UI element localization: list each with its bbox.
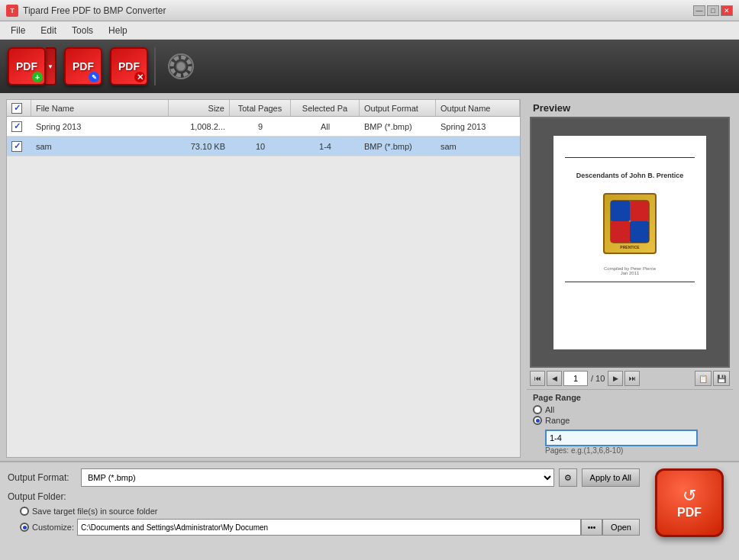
- page-number-input[interactable]: [563, 371, 588, 386]
- settings-button[interactable]: [162, 47, 200, 85]
- filelist-header: File Name Size Total Pages Selected Pa O…: [7, 100, 520, 117]
- row1-checkbox[interactable]: [11, 121, 22, 132]
- browse-button[interactable]: •••: [581, 519, 602, 536]
- menu-help[interactable]: Help: [101, 24, 135, 37]
- remove-pdf-icon: PDF ✕: [110, 47, 148, 85]
- row2-format: BMP (*.bmp): [360, 140, 436, 153]
- customize-radio[interactable]: [20, 523, 29, 532]
- all-pages-label: All: [545, 405, 554, 414]
- row2-check[interactable]: [7, 140, 31, 153]
- window-controls: — □ ✕: [693, 5, 733, 16]
- toolbar-separator: [154, 47, 156, 85]
- row2-size: 73.10 KB: [169, 140, 230, 153]
- add-pdf-button[interactable]: PDF + ▼: [8, 47, 56, 85]
- app-icon: T: [6, 5, 18, 17]
- table-row[interactable]: Spring 2013 1,008.2... 9 All BMP (*.bmp)…: [7, 117, 520, 137]
- all-pages-option[interactable]: All: [533, 405, 727, 414]
- gear-icon: [166, 51, 196, 82]
- row2-checkbox[interactable]: [11, 141, 22, 152]
- menu-tools[interactable]: Tools: [64, 24, 101, 37]
- header-output-name: Output Name: [436, 100, 520, 116]
- last-page-button[interactable]: ⏭: [624, 371, 640, 386]
- remove-pdf-text: PDF: [118, 60, 140, 72]
- convert-button[interactable]: ↺ PDF: [655, 468, 724, 537]
- remove-pdf-button[interactable]: PDF ✕: [110, 47, 148, 85]
- next-page-button[interactable]: ▶: [608, 371, 623, 386]
- edit-pdf-icon: PDF ✎: [64, 47, 102, 85]
- apply-to-all-button[interactable]: Apply to All: [582, 468, 640, 487]
- range-input[interactable]: [545, 430, 698, 446]
- bottom-panel: Output Format: BMP (*.bmp) ⚙ Apply to Al…: [0, 461, 739, 560]
- remove-badge: ✕: [134, 72, 145, 82]
- main-content: File Name Size Total Pages Selected Pa O…: [0, 93, 739, 461]
- close-button[interactable]: ✕: [721, 5, 733, 16]
- header-check: [7, 100, 31, 116]
- save-preview-button[interactable]: 💾: [713, 371, 730, 386]
- coat-of-arms: PRENTICE: [603, 193, 657, 254]
- range-pages-option[interactable]: Range: [533, 416, 727, 425]
- svg-text:PRENTICE: PRENTICE: [620, 245, 640, 249]
- row2-selected: 1-4: [291, 140, 360, 153]
- add-pdf-icon: PDF +: [8, 47, 46, 85]
- first-page-button[interactable]: ⏮: [530, 371, 545, 386]
- save-source-label: Save target file(s) in source folder: [32, 507, 157, 516]
- output-folder-label: Output Folder:: [8, 491, 76, 502]
- titlebar: T Tipard Free PDF to BMP Converter — □ ✕: [0, 0, 739, 21]
- edit-badge: ✎: [89, 72, 99, 82]
- preview-image: Descendants of John B. Prentice PRENTICE…: [530, 117, 730, 368]
- all-pages-radio[interactable]: [533, 405, 542, 414]
- convert-arrow-icon: ↺: [683, 486, 696, 506]
- filelist-rows: Spring 2013 1,008.2... 9 All BMP (*.bmp)…: [7, 117, 520, 457]
- add-pdf-dropdown[interactable]: ▼: [46, 47, 56, 85]
- preview-controls: ⏮ ◀ / 10 ▶ ⏭ 📋 💾: [527, 368, 733, 389]
- toolbar: PDF + ▼ PDF ✎ PDF ✕: [0, 40, 739, 93]
- convert-pdf-label: PDF: [677, 506, 702, 520]
- page-range-section: Page Range All Range Pages: e.g.(1,3,6,8…: [527, 389, 733, 458]
- output-folder-label-row: Output Folder:: [8, 491, 640, 502]
- header-filename: File Name: [31, 100, 169, 116]
- folder-path-input[interactable]: [77, 519, 581, 536]
- row1-check[interactable]: [7, 120, 31, 134]
- maximize-button[interactable]: □: [707, 5, 719, 16]
- copy-button[interactable]: 📋: [695, 371, 712, 386]
- save-source-radio[interactable]: [20, 507, 29, 516]
- row2-filename: sam: [31, 140, 169, 153]
- page-range-title: Page Range: [533, 393, 727, 402]
- header-total-pages: Total Pages: [230, 100, 291, 116]
- customize-label: Customize:: [32, 523, 74, 532]
- open-folder-button[interactable]: Open: [602, 519, 640, 536]
- range-pages-radio[interactable]: [533, 416, 542, 425]
- row1-size: 1,008.2...: [169, 121, 230, 133]
- page-total: / 10: [589, 374, 606, 383]
- output-format-label: Output Format:: [8, 472, 76, 483]
- add-badge: +: [32, 72, 43, 82]
- preview-panel: Preview Descendants of John B. Prentice …: [527, 99, 733, 458]
- row1-filename: Spring 2013: [31, 121, 169, 133]
- doc-title: Descendants of John B. Prentice: [576, 172, 684, 179]
- minimize-button[interactable]: —: [693, 5, 705, 16]
- range-hint: Pages: e.g.(1,3,6,8-10): [545, 446, 727, 455]
- svg-rect-4: [611, 201, 630, 221]
- header-checkbox[interactable]: [11, 103, 22, 114]
- convert-button-area: ↺ PDF: [647, 468, 731, 537]
- format-settings-button[interactable]: ⚙: [559, 468, 577, 487]
- arms-svg: PRENTICE: [607, 197, 653, 250]
- range-pages-label: Range: [545, 416, 570, 425]
- svg-rect-5: [630, 201, 649, 221]
- edit-pdf-text: PDF: [73, 60, 94, 72]
- preview-title: Preview: [527, 99, 733, 117]
- row1-total: 9: [230, 121, 291, 133]
- edit-pdf-button[interactable]: PDF ✎: [64, 47, 102, 85]
- header-selected-pages: Selected Pa: [291, 100, 360, 116]
- menu-edit[interactable]: Edit: [33, 24, 64, 37]
- svg-rect-6: [611, 221, 630, 243]
- row2-output: sam: [436, 140, 520, 153]
- menu-file[interactable]: File: [3, 24, 33, 37]
- table-row[interactable]: sam 73.10 KB 10 1-4 BMP (*.bmp) sam: [7, 137, 520, 156]
- filelist-area: File Name Size Total Pages Selected Pa O…: [6, 99, 521, 458]
- row1-output: Spring 2013: [436, 121, 520, 133]
- prev-page-button[interactable]: ◀: [547, 371, 562, 386]
- output-format-row: Output Format: BMP (*.bmp) ⚙ Apply to Al…: [8, 468, 640, 487]
- output-format-select[interactable]: BMP (*.bmp): [81, 468, 554, 487]
- doc-footer: Compiled by Peter Pierce Jan 2011: [604, 266, 656, 275]
